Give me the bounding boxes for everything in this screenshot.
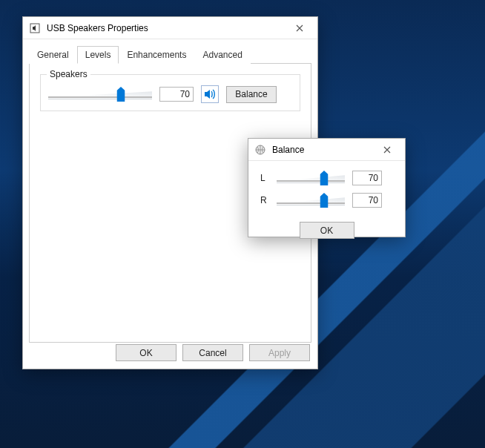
speakers-volume-slider[interactable] bbox=[48, 86, 152, 102]
left-channel-slider[interactable] bbox=[277, 170, 345, 186]
speakers-level-row: Balance bbox=[48, 85, 292, 103]
tab-strip: General Levels Enhancements Advanced bbox=[29, 45, 311, 64]
cancel-button[interactable]: Cancel bbox=[182, 344, 243, 361]
balance-titlebar[interactable]: Balance bbox=[248, 139, 405, 161]
balance-row-right: R bbox=[260, 192, 397, 208]
mute-toggle-button[interactable] bbox=[201, 85, 219, 103]
speakers-group: Speakers Balance bbox=[40, 74, 300, 111]
balance-button-row: OK bbox=[248, 217, 405, 248]
right-channel-slider[interactable] bbox=[277, 192, 345, 208]
titlebar[interactable]: USB Speakers Properties bbox=[23, 17, 317, 39]
close-icon bbox=[296, 24, 303, 32]
balance-channel-rows: L R bbox=[248, 161, 405, 217]
right-channel-value[interactable] bbox=[352, 193, 382, 208]
slider-thumb[interactable] bbox=[320, 171, 329, 185]
apply-button[interactable]: Apply bbox=[249, 344, 310, 361]
speakers-group-legend: Speakers bbox=[47, 69, 90, 79]
balance-ok-button[interactable]: OK bbox=[300, 222, 354, 239]
tab-enhancements[interactable]: Enhancements bbox=[119, 46, 194, 64]
window-title: USB Speakers Properties bbox=[47, 23, 285, 33]
speakers-volume-value[interactable] bbox=[159, 87, 194, 102]
right-channel-label: R bbox=[260, 195, 269, 205]
slider-thumb[interactable] bbox=[117, 87, 125, 102]
balance-window: Balance L R bbox=[248, 138, 406, 237]
left-channel-value[interactable] bbox=[352, 171, 382, 185]
dialog-button-bar: OK Cancel Apply bbox=[116, 344, 310, 361]
speaker-app-icon bbox=[29, 22, 41, 34]
balance-button[interactable]: Balance bbox=[226, 86, 277, 103]
balance-row-left: L bbox=[260, 170, 397, 186]
balance-window-title: Balance bbox=[272, 145, 372, 155]
globe-icon bbox=[254, 144, 266, 156]
tab-advanced[interactable]: Advanced bbox=[194, 46, 250, 64]
left-channel-label: L bbox=[260, 173, 269, 183]
close-icon bbox=[383, 146, 391, 154]
speaker-mute-icon bbox=[204, 89, 216, 99]
close-button[interactable] bbox=[285, 18, 314, 39]
tab-general[interactable]: General bbox=[29, 46, 77, 64]
ok-button[interactable]: OK bbox=[116, 344, 176, 361]
slider-thumb[interactable] bbox=[320, 193, 329, 208]
tab-levels[interactable]: Levels bbox=[77, 46, 119, 64]
balance-close-button[interactable] bbox=[372, 139, 402, 160]
